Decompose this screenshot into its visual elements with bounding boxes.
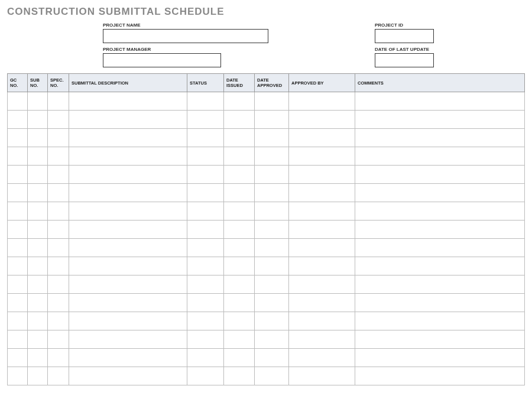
cell-description[interactable] (69, 221, 187, 239)
cell-description[interactable] (69, 129, 187, 147)
cell-status[interactable] (187, 111, 224, 129)
cell-gcNo[interactable] (8, 239, 28, 257)
cell-dateIssued[interactable] (224, 111, 255, 129)
cell-comments[interactable] (355, 275, 525, 294)
project-name-input[interactable] (103, 29, 268, 43)
cell-gcNo[interactable] (8, 166, 28, 184)
cell-status[interactable] (187, 202, 224, 221)
cell-approvedBy[interactable] (289, 349, 355, 367)
cell-description[interactable] (69, 92, 187, 111)
project-id-input[interactable] (375, 29, 434, 43)
cell-approvedBy[interactable] (289, 294, 355, 312)
cell-specNo[interactable] (48, 111, 69, 129)
cell-comments[interactable] (355, 92, 525, 111)
cell-dateApproved[interactable] (255, 129, 289, 147)
cell-approvedBy[interactable] (289, 129, 355, 147)
cell-subNo[interactable] (28, 257, 48, 275)
project-manager-input[interactable] (103, 53, 221, 67)
cell-description[interactable] (69, 202, 187, 221)
cell-comments[interactable] (355, 221, 525, 239)
cell-specNo[interactable] (48, 294, 69, 312)
cell-comments[interactable] (355, 147, 525, 166)
cell-specNo[interactable] (48, 349, 69, 367)
cell-status[interactable] (187, 294, 224, 312)
cell-dateApproved[interactable] (255, 275, 289, 294)
cell-comments[interactable] (355, 239, 525, 257)
cell-comments[interactable] (355, 349, 525, 367)
cell-specNo[interactable] (48, 129, 69, 147)
cell-gcNo[interactable] (8, 312, 28, 330)
cell-comments[interactable] (355, 367, 525, 385)
cell-dateApproved[interactable] (255, 92, 289, 111)
cell-gcNo[interactable] (8, 184, 28, 202)
cell-gcNo[interactable] (8, 129, 28, 147)
cell-gcNo[interactable] (8, 330, 28, 349)
cell-description[interactable] (69, 166, 187, 184)
cell-dateApproved[interactable] (255, 184, 289, 202)
cell-description[interactable] (69, 294, 187, 312)
cell-dateIssued[interactable] (224, 257, 255, 275)
cell-dateIssued[interactable] (224, 275, 255, 294)
cell-dateIssued[interactable] (224, 129, 255, 147)
cell-description[interactable] (69, 257, 187, 275)
cell-gcNo[interactable] (8, 294, 28, 312)
cell-status[interactable] (187, 221, 224, 239)
cell-subNo[interactable] (28, 166, 48, 184)
cell-specNo[interactable] (48, 367, 69, 385)
cell-gcNo[interactable] (8, 367, 28, 385)
cell-approvedBy[interactable] (289, 92, 355, 111)
cell-approvedBy[interactable] (289, 147, 355, 166)
cell-comments[interactable] (355, 166, 525, 184)
cell-comments[interactable] (355, 111, 525, 129)
cell-dateApproved[interactable] (255, 221, 289, 239)
cell-description[interactable] (69, 312, 187, 330)
cell-description[interactable] (69, 349, 187, 367)
cell-status[interactable] (187, 330, 224, 349)
cell-status[interactable] (187, 184, 224, 202)
cell-gcNo[interactable] (8, 92, 28, 111)
cell-dateIssued[interactable] (224, 367, 255, 385)
cell-approvedBy[interactable] (289, 275, 355, 294)
cell-subNo[interactable] (28, 184, 48, 202)
cell-gcNo[interactable] (8, 111, 28, 129)
cell-subNo[interactable] (28, 147, 48, 166)
cell-subNo[interactable] (28, 275, 48, 294)
cell-dateApproved[interactable] (255, 330, 289, 349)
cell-specNo[interactable] (48, 184, 69, 202)
cell-approvedBy[interactable] (289, 221, 355, 239)
cell-approvedBy[interactable] (289, 202, 355, 221)
cell-dateIssued[interactable] (224, 166, 255, 184)
cell-dateIssued[interactable] (224, 294, 255, 312)
cell-gcNo[interactable] (8, 275, 28, 294)
cell-comments[interactable] (355, 257, 525, 275)
cell-subNo[interactable] (28, 367, 48, 385)
cell-description[interactable] (69, 111, 187, 129)
cell-status[interactable] (187, 275, 224, 294)
cell-dateIssued[interactable] (224, 221, 255, 239)
cell-approvedBy[interactable] (289, 166, 355, 184)
cell-dateIssued[interactable] (224, 312, 255, 330)
cell-specNo[interactable] (48, 221, 69, 239)
cell-dateApproved[interactable] (255, 367, 289, 385)
cell-gcNo[interactable] (8, 202, 28, 221)
cell-dateApproved[interactable] (255, 147, 289, 166)
cell-subNo[interactable] (28, 129, 48, 147)
cell-status[interactable] (187, 166, 224, 184)
cell-comments[interactable] (355, 129, 525, 147)
cell-status[interactable] (187, 92, 224, 111)
cell-subNo[interactable] (28, 202, 48, 221)
cell-gcNo[interactable] (8, 147, 28, 166)
cell-status[interactable] (187, 239, 224, 257)
cell-specNo[interactable] (48, 275, 69, 294)
cell-description[interactable] (69, 275, 187, 294)
cell-subNo[interactable] (28, 330, 48, 349)
cell-comments[interactable] (355, 330, 525, 349)
cell-subNo[interactable] (28, 349, 48, 367)
cell-comments[interactable] (355, 202, 525, 221)
cell-approvedBy[interactable] (289, 367, 355, 385)
cell-dateIssued[interactable] (224, 147, 255, 166)
cell-gcNo[interactable] (8, 257, 28, 275)
cell-approvedBy[interactable] (289, 239, 355, 257)
cell-dateIssued[interactable] (224, 330, 255, 349)
last-update-input[interactable] (375, 53, 434, 67)
